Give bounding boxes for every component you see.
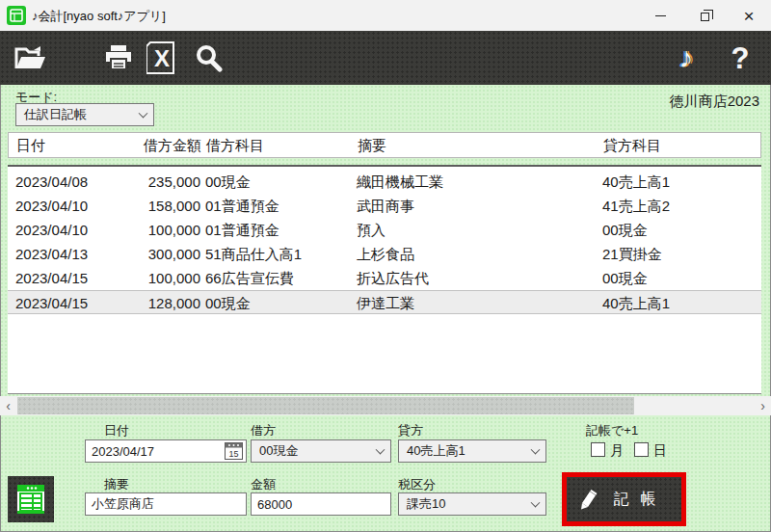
cell-credit: 40売上高1 xyxy=(602,295,670,313)
date-label: 日付 xyxy=(104,422,129,439)
chevron-down-icon xyxy=(139,109,148,119)
pencil-icon xyxy=(581,489,598,510)
header-amount: 借方金額 xyxy=(65,137,201,155)
search-icon xyxy=(194,43,223,72)
day-checkbox[interactable] xyxy=(634,442,649,457)
cell-debit: 66広告宣伝費 xyxy=(205,270,294,288)
day-checkbox-label: 日 xyxy=(653,442,667,460)
amount-label: 金額 xyxy=(251,476,276,493)
print-button[interactable] xyxy=(99,31,138,85)
maximize-button[interactable] xyxy=(682,0,727,31)
minimize-icon xyxy=(655,15,666,16)
table-row[interactable]: 2023/04/15 100,000 66広告宣伝費 折込広告代 00現金 xyxy=(8,266,761,290)
spreadsheet-icon xyxy=(10,9,23,22)
cell-amount: 100,000 xyxy=(64,270,200,286)
scroll-left-button[interactable]: ‹ xyxy=(0,396,16,415)
cell-amount: 100,000 xyxy=(64,222,200,238)
cell-summary: 伊達工業 xyxy=(357,295,414,313)
green-spreadsheet-icon xyxy=(16,483,45,516)
amount-input-value: 68000 xyxy=(257,497,292,512)
cell-credit: 00現金 xyxy=(602,270,648,288)
cell-amount: 235,000 xyxy=(64,173,200,190)
month-checkbox[interactable] xyxy=(591,442,605,457)
mode-select[interactable]: 仕訳日記帳 xyxy=(15,103,154,126)
header-credit: 貸方科目 xyxy=(603,137,661,155)
date-input-value: 2023/04/17 xyxy=(92,444,154,459)
cell-debit: 00現金 xyxy=(205,295,251,313)
app-icon xyxy=(7,6,26,25)
minimize-button[interactable] xyxy=(638,0,682,31)
journal-table: 2023/04/08 235,000 00現金 織田機械工業 40売上高1 20… xyxy=(8,167,761,394)
scroll-right-button[interactable]: › xyxy=(755,396,771,415)
tax-category-label: 税区分 xyxy=(398,476,436,493)
chevron-down-icon xyxy=(376,445,386,455)
help-button[interactable]: ? xyxy=(719,31,761,85)
cell-summary: 折込広告代 xyxy=(357,270,429,288)
record-button-label: 記帳 xyxy=(614,490,668,510)
summary-input-value: 小笠原商店 xyxy=(92,495,154,513)
sound-button[interactable]: ♪ xyxy=(665,31,707,85)
excel-export-button[interactable]: X xyxy=(143,31,181,85)
company-year-label: 徳川商店2023 xyxy=(670,93,759,111)
month-checkbox-label: 月 xyxy=(610,442,624,460)
svg-text:15: 15 xyxy=(228,449,238,459)
debit-select[interactable]: 00現金 xyxy=(251,439,391,463)
tax-category-select-value: 課売10 xyxy=(407,495,445,513)
record-button-highlight: 記帳 xyxy=(562,472,686,526)
table-row[interactable]: 2023/04/10 158,000 01普通預金 武田商事 41売上高2 xyxy=(8,194,761,218)
table-header: 日付 借方金額 借方科目 摘要 貸方科目 xyxy=(8,132,761,158)
credit-label: 貸方 xyxy=(398,422,423,439)
chevron-down-icon xyxy=(531,445,541,455)
svg-text:X: X xyxy=(154,45,170,71)
table-row[interactable]: 2023/04/13 300,000 51商品仕入高1 上杉食品 21買掛金 xyxy=(8,242,761,266)
plus-one-label: 記帳で+1 xyxy=(586,422,638,439)
amount-input[interactable]: 68000 xyxy=(251,492,391,516)
titlebar: ♪会計[nyao soft♪アプリ] × xyxy=(0,0,771,31)
maximize-icon xyxy=(701,13,709,21)
search-button[interactable] xyxy=(189,31,227,85)
header-debit: 借方科目 xyxy=(206,137,264,155)
credit-select[interactable]: 40売上高1 xyxy=(398,439,546,463)
cell-debit: 01普通預金 xyxy=(205,222,279,240)
mode-select-value: 仕訳日記帳 xyxy=(24,106,87,123)
header-date: 日付 xyxy=(16,137,45,155)
header-summary: 摘要 xyxy=(358,137,386,155)
window-title: ♪会計[nyao soft♪アプリ] xyxy=(32,8,166,25)
music-note-icon: ♪ xyxy=(679,43,694,72)
cell-summary: 上杉食品 xyxy=(357,246,414,264)
excel-icon: X xyxy=(146,41,177,74)
cell-summary: 武田商事 xyxy=(357,198,414,216)
cell-debit: 00現金 xyxy=(205,173,251,192)
horizontal-scrollbar[interactable]: ‹ › xyxy=(0,396,771,415)
cell-summary: 預入 xyxy=(357,222,386,240)
scrollbar-thumb[interactable] xyxy=(17,397,634,414)
toolbar: X ♪ ? xyxy=(0,31,771,85)
spreadsheet-view-button[interactable] xyxy=(8,476,54,522)
table-row[interactable]: 2023/04/08 235,000 00現金 織田機械工業 40売上高1 xyxy=(8,170,761,194)
chevron-down-icon xyxy=(531,498,541,508)
cell-summary: 織田機械工業 xyxy=(357,173,443,192)
credit-select-value: 40売上高1 xyxy=(407,442,465,460)
date-input[interactable]: 2023/04/17 15 xyxy=(85,439,247,463)
tax-category-select[interactable]: 課売10 xyxy=(398,492,546,516)
cell-credit: 21買掛金 xyxy=(602,246,662,264)
summary-input[interactable]: 小笠原商店 xyxy=(85,492,247,516)
cell-credit: 40売上高1 xyxy=(602,173,670,192)
open-file-button[interactable] xyxy=(10,31,52,85)
cell-debit: 51商品仕入高1 xyxy=(205,246,302,264)
cell-amount: 128,000 xyxy=(64,295,200,311)
cell-amount: 300,000 xyxy=(64,246,200,262)
accounting-app-window: { "window": { "title": "♪会計[nyao soft♪アプ… xyxy=(0,0,771,532)
close-button[interactable]: × xyxy=(727,0,771,31)
summary-label: 摘要 xyxy=(104,476,129,493)
question-mark-icon: ? xyxy=(731,43,750,73)
table-row-selected[interactable]: 2023/04/15 128,000 00現金 伊達工業 40売上高1 xyxy=(8,290,761,314)
cell-debit: 01普通預金 xyxy=(205,198,279,216)
table-row[interactable]: 2023/04/10 100,000 01普通預金 預入 00現金 xyxy=(8,218,761,242)
cell-credit: 00現金 xyxy=(602,222,648,240)
debit-label: 借方 xyxy=(251,422,276,439)
printer-icon xyxy=(104,44,133,71)
calendar-icon[interactable]: 15 xyxy=(225,442,243,460)
record-button[interactable]: 記帳 xyxy=(567,477,681,521)
cell-credit: 41売上高2 xyxy=(602,198,670,216)
